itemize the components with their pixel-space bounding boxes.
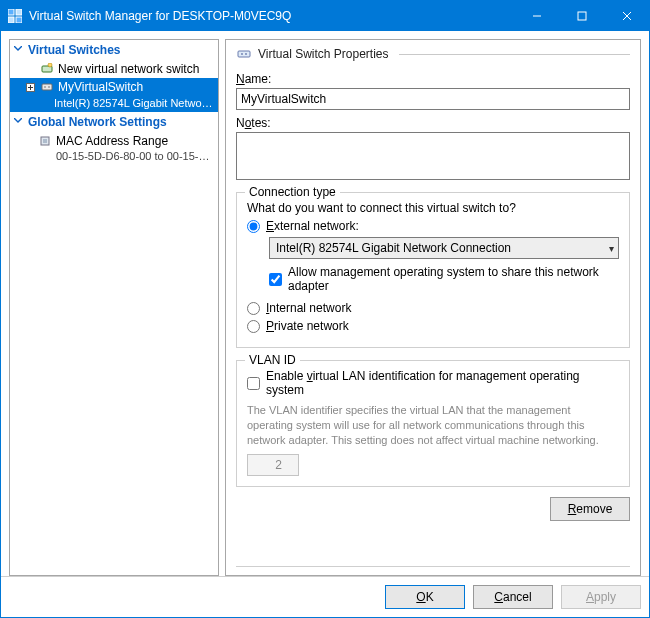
- divider: [399, 54, 631, 55]
- collapse-icon: [14, 46, 24, 54]
- tree-item-label: New virtual network switch: [58, 62, 199, 76]
- svg-rect-17: [43, 139, 47, 143]
- svg-point-19: [241, 53, 243, 55]
- notes-label: Notes:: [236, 116, 630, 130]
- svg-point-14: [44, 86, 46, 88]
- svg-point-15: [48, 86, 50, 88]
- divider: [236, 566, 630, 567]
- tree-item-label: MAC Address Range: [56, 134, 168, 148]
- dialog-buttons: OK Cancel Apply: [1, 576, 649, 617]
- switch-icon: [236, 46, 252, 62]
- tree-item-subline: Intel(R) 82574L Gigabit Network C...: [10, 96, 218, 112]
- radio-private-row[interactable]: Private network: [247, 319, 619, 333]
- mac-icon: [38, 134, 52, 148]
- radio-internal-row[interactable]: Internal network: [247, 301, 619, 315]
- adapter-select-value: Intel(R) 82574L Gigabit Network Connecti…: [276, 241, 511, 255]
- window-root: Virtual Switch Manager for DESKTOP-M0VEC…: [0, 0, 650, 618]
- vlan-group: VLAN ID Enable virtual LAN identificatio…: [236, 360, 630, 487]
- app-icon: [7, 8, 23, 24]
- radio-private[interactable]: [247, 320, 260, 333]
- window-title: Virtual Switch Manager for DESKTOP-M0VEC…: [29, 9, 514, 23]
- tree-item-mac-range[interactable]: MAC Address Range: [10, 132, 218, 150]
- radio-internal-label: Internal network: [266, 301, 351, 315]
- section-title-text: Virtual Switch Properties: [258, 47, 389, 61]
- group-label: Global Network Settings: [28, 115, 167, 129]
- svg-rect-18: [238, 51, 250, 57]
- svg-rect-13: [42, 84, 52, 90]
- svg-point-20: [245, 53, 247, 55]
- minimize-button[interactable]: [514, 1, 559, 31]
- radio-external-row[interactable]: External network:: [247, 219, 619, 233]
- group-legend: Connection type: [245, 185, 340, 199]
- section-header: Virtual Switch Properties: [236, 46, 630, 62]
- adapter-select[interactable]: Intel(R) 82574L Gigabit Network Connecti…: [269, 237, 619, 259]
- maximize-button[interactable]: [559, 1, 604, 31]
- cancel-button[interactable]: Cancel: [473, 585, 553, 609]
- svg-rect-1: [16, 9, 22, 15]
- allow-mgmt-checkbox[interactable]: [269, 273, 282, 286]
- remove-button[interactable]: Remove: [550, 497, 630, 521]
- spacer: [236, 521, 630, 560]
- content-panes: Virtual Switches New virtual network swi…: [1, 31, 649, 576]
- vlan-help-text: The VLAN identifier specifies the virtua…: [247, 403, 619, 448]
- connection-question: What do you want to connect this virtual…: [247, 201, 619, 215]
- ok-button[interactable]: OK: [385, 585, 465, 609]
- group-label: Virtual Switches: [28, 43, 120, 57]
- titlebar: Virtual Switch Manager for DESKTOP-M0VEC…: [1, 1, 649, 31]
- group-virtual-switches[interactable]: Virtual Switches: [10, 40, 218, 60]
- chevron-down-icon: ▾: [609, 243, 614, 254]
- radio-internal[interactable]: [247, 302, 260, 315]
- expand-icon: [26, 83, 36, 92]
- sidebar: Virtual Switches New virtual network swi…: [9, 39, 219, 576]
- group-legend: VLAN ID: [245, 353, 300, 367]
- close-button[interactable]: [604, 1, 649, 31]
- tree-item-myvirtualswitch[interactable]: MyVirtualSwitch: [10, 78, 218, 96]
- radio-external[interactable]: [247, 220, 260, 233]
- name-input[interactable]: [236, 88, 630, 110]
- svg-rect-0: [8, 9, 14, 15]
- tree-item-subline: 00-15-5D-D6-80-00 to 00-15-5D-D...: [10, 150, 218, 165]
- vlan-enable-checkbox[interactable]: [247, 377, 260, 390]
- radio-external-label: External network:: [266, 219, 359, 233]
- svg-rect-5: [578, 12, 586, 20]
- allow-mgmt-label: Allow management operating system to sha…: [288, 265, 619, 293]
- new-switch-icon: [40, 62, 54, 76]
- properties-pane: Virtual Switch Properties Name: Notes: C…: [225, 39, 641, 576]
- window-body: Virtual Switches New virtual network swi…: [1, 31, 649, 617]
- svg-point-9: [48, 63, 52, 67]
- svg-rect-3: [16, 17, 22, 23]
- remove-row: Remove: [236, 497, 630, 521]
- connection-type-group: Connection type What do you want to conn…: [236, 192, 630, 348]
- vlan-enable-row[interactable]: Enable virtual LAN identification for ma…: [247, 369, 619, 397]
- radio-private-label: Private network: [266, 319, 349, 333]
- tree-item-new-switch[interactable]: New virtual network switch: [10, 60, 218, 78]
- svg-rect-2: [8, 17, 14, 23]
- switch-icon: [40, 80, 54, 94]
- group-global-settings[interactable]: Global Network Settings: [10, 112, 218, 132]
- allow-mgmt-row[interactable]: Allow management operating system to sha…: [269, 265, 619, 293]
- name-label: Name:: [236, 72, 630, 86]
- tree: Virtual Switches New virtual network swi…: [10, 40, 218, 165]
- vlan-enable-label: Enable virtual LAN identification for ma…: [266, 369, 619, 397]
- notes-input[interactable]: [236, 132, 630, 180]
- collapse-icon: [14, 118, 24, 126]
- vlan-id-input: [247, 454, 299, 476]
- external-options: Intel(R) 82574L Gigabit Network Connecti…: [269, 237, 619, 293]
- apply-button: Apply: [561, 585, 641, 609]
- tree-item-label: MyVirtualSwitch: [58, 80, 143, 94]
